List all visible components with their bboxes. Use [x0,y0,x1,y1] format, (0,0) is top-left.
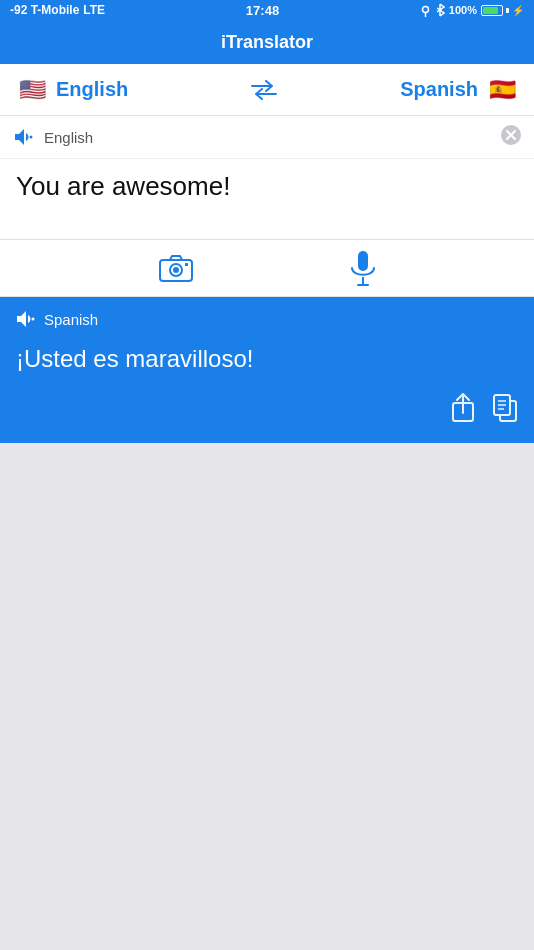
nav-bar: iTranslator [0,20,534,64]
svg-point-10 [32,318,35,321]
input-toolbar: English [0,116,534,159]
swap-languages-button[interactable] [250,80,278,100]
swap-icon [250,80,278,100]
action-row [0,239,534,297]
output-section: Spanish ¡Usted es maravilloso! [0,297,534,443]
clear-button[interactable] [500,124,522,150]
output-text: ¡Usted es maravilloso! [0,341,534,393]
svg-point-1 [30,136,33,139]
spanish-flag: 🇪🇸 [486,74,518,106]
input-speaker-button[interactable] [12,125,36,149]
battery-icon: ⚡ [481,5,524,16]
location-icon [420,4,431,17]
target-language-label: Spanish [400,78,478,101]
status-bar: -92 T-Mobile LTE 17:48 100% ⚡ [0,0,534,20]
target-language-button[interactable]: Spanish 🇪🇸 [400,74,518,106]
empty-area [0,443,534,950]
source-language-button[interactable]: 🇺🇸 English [16,74,128,106]
input-section: English You are awesome! [0,116,534,239]
microphone-icon [350,250,376,286]
share-icon [450,393,476,423]
share-button[interactable] [450,393,476,429]
output-speaker-icon [14,307,38,331]
english-flag: 🇺🇸 [16,74,48,106]
output-lang-label: Spanish [44,311,98,328]
output-toolbar: Spanish [0,297,534,341]
bluetooth-icon [435,3,445,17]
camera-button[interactable] [159,254,193,282]
status-indicators: 100% ⚡ [420,3,524,17]
output-speaker-button[interactable]: Spanish [14,307,98,331]
input-text[interactable]: You are awesome! [0,159,534,239]
svg-point-0 [422,6,428,12]
microphone-button[interactable] [350,250,376,286]
svg-rect-7 [358,251,368,271]
battery-percent: 100% [449,4,477,16]
language-selector-row: 🇺🇸 English Spanish 🇪🇸 [0,64,534,116]
status-time: 17:48 [246,3,279,18]
output-actions [0,393,534,443]
app-title: iTranslator [221,32,313,53]
camera-icon [159,254,193,282]
svg-point-5 [173,267,179,273]
input-lang-label: English [44,129,93,146]
source-language-label: English [56,78,128,101]
copy-icon [492,393,518,423]
status-carrier: -92 T-Mobile LTE [10,3,105,17]
close-icon [500,124,522,146]
svg-rect-6 [185,263,188,266]
speaker-icon [12,125,36,149]
copy-button[interactable] [492,393,518,429]
